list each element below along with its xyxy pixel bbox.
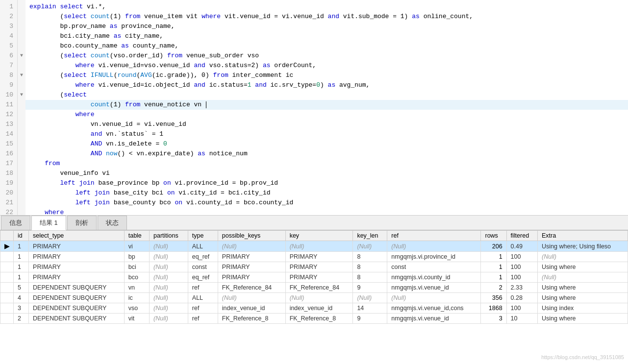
table-cell: (Null) bbox=[353, 293, 387, 303]
table-cell: nmgqmjs.vi.venue_id bbox=[387, 314, 481, 324]
table-row[interactable]: 3DEPENDENT SUBQUERYvso(Null)refindex_ven… bbox=[0, 303, 628, 314]
table-cell bbox=[0, 272, 14, 283]
collapse-gutter: ▼ ▼ ▼ bbox=[18, 0, 25, 215]
table-cell: Using where bbox=[538, 293, 628, 303]
col-extra[interactable]: Extra bbox=[538, 231, 628, 241]
table-cell: ic bbox=[124, 293, 149, 303]
table-cell: PRIMARY bbox=[285, 262, 353, 272]
table-row[interactable]: 1PRIMARYbp(Null)eq_refPRIMARYPRIMARY8nmg… bbox=[0, 252, 628, 262]
table-cell: Using index bbox=[538, 303, 628, 314]
table-cell: (Null) bbox=[150, 272, 188, 283]
table-cell: FK_Reference_84 bbox=[218, 283, 285, 293]
table-cell: 1 bbox=[481, 252, 506, 262]
code-line: (select bbox=[25, 90, 628, 100]
table-cell: FK_Reference_8 bbox=[218, 314, 285, 324]
table-cell: 2.33 bbox=[506, 283, 537, 293]
table-cell: PRIMARY bbox=[218, 262, 285, 272]
table-cell bbox=[0, 262, 14, 272]
table-cell: nmgqmjs.vi.province_id bbox=[387, 252, 481, 262]
col-possible-keys[interactable]: possible_keys bbox=[218, 231, 285, 241]
table-cell bbox=[0, 314, 14, 324]
code-content[interactable]: explain select vi.*, (select count(1) fr… bbox=[25, 0, 628, 215]
table-cell: DEPENDENT SUBQUERY bbox=[29, 303, 125, 314]
col-key-len[interactable]: key_len bbox=[353, 231, 387, 241]
table-cell: 1 bbox=[14, 252, 29, 262]
table-row[interactable]: 2DEPENDENT SUBQUERYvit(Null)refFK_Refere… bbox=[0, 314, 628, 324]
table-cell: Using where; Using fileso bbox=[538, 241, 628, 252]
table-row[interactable]: 1PRIMARYbci(Null)constPRIMARYPRIMARY8con… bbox=[0, 262, 628, 272]
table-row[interactable]: 5DEPENDENT SUBQUERYvn(Null)refFK_Referen… bbox=[0, 283, 628, 293]
table-cell: (Null) bbox=[387, 241, 481, 252]
table-cell: 5 bbox=[14, 283, 29, 293]
table-cell: PRIMARY bbox=[29, 241, 125, 252]
table-cell: (Null) bbox=[285, 293, 353, 303]
table-cell: (Null) bbox=[353, 241, 387, 252]
table-cell: nmgqmjs.vi.county_id bbox=[387, 272, 481, 283]
col-filtered[interactable]: filtered bbox=[506, 231, 537, 241]
table-cell: DEPENDENT SUBQUERY bbox=[29, 283, 125, 293]
tab-results1[interactable]: 结果 1 bbox=[31, 216, 66, 230]
table-cell: 1 bbox=[14, 241, 29, 252]
table-cell: DEPENDENT SUBQUERY bbox=[29, 293, 125, 303]
table-cell: PRIMARY bbox=[218, 252, 285, 262]
table-cell: nmgqmjs.vi.venue_id bbox=[387, 283, 481, 293]
table-cell: 100 bbox=[506, 252, 537, 262]
table-cell: FK_Reference_8 bbox=[285, 314, 353, 324]
results-table-area[interactable]: id select_type table partitions type pos… bbox=[0, 230, 628, 364]
table-cell: (Null) bbox=[150, 262, 188, 272]
table-cell: (Null) bbox=[150, 241, 188, 252]
code-line: AND vn.is_delete = 0 bbox=[25, 139, 628, 149]
code-editor[interactable]: 1234567 891011121314 15161718192021 2223… bbox=[0, 0, 628, 216]
table-cell: ▶ bbox=[0, 241, 14, 252]
table-cell: (Null) bbox=[150, 314, 188, 324]
col-table[interactable]: table bbox=[124, 231, 149, 241]
table-cell: bco bbox=[124, 272, 149, 283]
tab-status[interactable]: 状态 bbox=[98, 216, 127, 230]
table-cell: 100 bbox=[506, 272, 537, 283]
table-cell: 1868 bbox=[481, 303, 506, 314]
table-cell: ref bbox=[188, 314, 218, 324]
table-header-row: id select_type table partitions type pos… bbox=[0, 231, 628, 241]
table-cell: ALL bbox=[188, 241, 218, 252]
code-line: venue_info vi bbox=[25, 169, 628, 178]
code-line: (select count(vso.order_id) from venue_s… bbox=[25, 51, 628, 61]
table-cell: (Null) bbox=[150, 303, 188, 314]
code-line: left join base_province bp on vi.provinc… bbox=[25, 178, 628, 188]
code-line: and vn.`status` = 1 bbox=[25, 129, 628, 139]
col-key[interactable]: key bbox=[285, 231, 353, 241]
col-ref[interactable]: ref bbox=[387, 231, 481, 241]
table-cell: PRIMARY bbox=[285, 252, 353, 262]
table-cell: 3 bbox=[14, 303, 29, 314]
table-cell bbox=[0, 303, 14, 314]
table-cell: 100 bbox=[506, 303, 537, 314]
code-line: explain select vi.*, bbox=[25, 2, 628, 12]
table-row[interactable]: ▶1PRIMARYvi(Null)ALL(Null)(Null)(Null)(N… bbox=[0, 241, 628, 252]
table-cell: (Null) bbox=[538, 272, 628, 283]
table-cell: index_venue_id bbox=[285, 303, 353, 314]
table-cell: 8 bbox=[353, 252, 387, 262]
tab-info[interactable]: 信息 bbox=[1, 216, 30, 230]
code-line: where vi.venue_id=vso.venue_id and vso.s… bbox=[25, 61, 628, 71]
table-row[interactable]: 1PRIMARYbco(Null)eq_refPRIMARYPRIMARY8nm… bbox=[0, 272, 628, 283]
code-line: (select count(1) from venue_item vit whe… bbox=[25, 12, 628, 22]
tab-analyze[interactable]: 剖析 bbox=[67, 216, 97, 230]
table-cell: 2 bbox=[14, 314, 29, 324]
table-cell: 8 bbox=[353, 262, 387, 272]
col-type[interactable]: type bbox=[188, 231, 218, 241]
table-cell: PRIMARY bbox=[285, 272, 353, 283]
table-cell: DEPENDENT SUBQUERY bbox=[29, 314, 125, 324]
col-id[interactable]: id bbox=[14, 231, 29, 241]
table-cell bbox=[0, 293, 14, 303]
table-cell: PRIMARY bbox=[29, 252, 125, 262]
col-rows[interactable]: rows bbox=[481, 231, 506, 241]
table-row[interactable]: 4DEPENDENT SUBQUERYic(Null)ALL(Null)(Nul… bbox=[0, 293, 628, 303]
watermark: https://blog.csdn.net/qq_39151085 bbox=[541, 354, 624, 360]
table-cell: index_venue_id bbox=[218, 303, 285, 314]
table-cell: 0.49 bbox=[506, 241, 537, 252]
table-cell: eq_ref bbox=[188, 272, 218, 283]
table-cell: bp bbox=[124, 252, 149, 262]
col-select-type[interactable]: select_type bbox=[29, 231, 125, 241]
table-cell: (Null) bbox=[285, 241, 353, 252]
col-partitions[interactable]: partitions bbox=[150, 231, 188, 241]
code-line: vn.venue_id = vi.venue_id bbox=[25, 120, 628, 129]
